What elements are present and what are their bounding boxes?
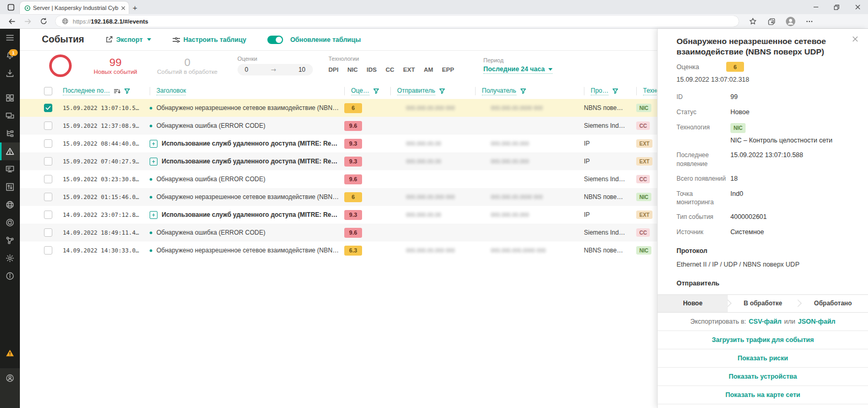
sidebar-item-license-warning[interactable]: [0, 344, 20, 362]
column-label-score[interactable]: Оце…: [351, 87, 369, 95]
expand-plus-icon[interactable]: [150, 140, 157, 148]
column-label-receiver[interactable]: Получатель: [482, 87, 516, 95]
filter-icon[interactable]: [373, 88, 379, 94]
tab-close-icon[interactable]: [121, 6, 126, 10]
sidebar-item-download[interactable]: [0, 64, 20, 82]
forward-icon[interactable]: [20, 15, 36, 28]
filter-icon[interactable]: [124, 88, 130, 94]
sidebar-item-process-tree[interactable]: [0, 125, 20, 142]
technology-chip-epp[interactable]: EPP: [442, 67, 454, 73]
technology-chip-am[interactable]: AM: [424, 67, 433, 73]
column-header-receiver[interactable]: Получатель: [475, 87, 584, 95]
browser-tab[interactable]: Server | Kaspersky Industrial Cyb: [20, 2, 129, 14]
filter-icon[interactable]: [520, 88, 526, 94]
period-selector[interactable]: Последние 24 часа: [483, 65, 553, 74]
export-button[interactable]: Экспорт: [105, 36, 151, 43]
sidebar-item-audit[interactable]: [0, 214, 20, 231]
row-checkbox[interactable]: [44, 157, 52, 166]
column-label-time[interactable]: Последнее по…: [63, 87, 110, 95]
score-range-control[interactable]: 0 → 10: [238, 64, 313, 75]
address-bar[interactable]: https:// 192.168.2.1/#/events: [55, 16, 739, 27]
sidebar-item-menu[interactable]: [0, 29, 20, 47]
filter-icon[interactable]: [439, 88, 445, 94]
tab-title: Server | Kaspersky Industrial Cyb: [33, 5, 119, 11]
technology-chip-nic[interactable]: NIC: [347, 67, 358, 73]
site-info-globe-icon[interactable]: [62, 18, 69, 25]
sidebar-item-events[interactable]: [0, 142, 20, 160]
select-all-checkbox[interactable]: [44, 87, 52, 95]
sort-icon[interactable]: [114, 88, 120, 94]
export-json-link[interactable]: JSON-файл: [798, 318, 836, 325]
processing-events-counter[interactable]: 0 Событий в обработке: [157, 57, 218, 75]
protocol-cell: NBNS пове…: [584, 104, 636, 112]
panel-action-link[interactable]: Показать на карте сети: [725, 391, 800, 399]
status-tab-2[interactable]: В обработке: [728, 295, 798, 312]
column-header-sender[interactable]: Отправитель: [390, 87, 475, 95]
sidebar-item-ports[interactable]: [0, 178, 20, 196]
sidebar-item-notifications[interactable]: 1: [0, 47, 20, 64]
refresh-icon[interactable]: [36, 15, 51, 28]
filter-icon[interactable]: [612, 88, 618, 94]
technology-chip-dpi[interactable]: DPI: [329, 67, 339, 73]
back-icon[interactable]: [4, 15, 20, 28]
auto-refresh-toggle[interactable]: [267, 36, 283, 44]
sender-cell: 000.000.00.00: [390, 211, 475, 218]
export-csv-link[interactable]: CSV-файл: [749, 318, 782, 325]
technology-chip-ext[interactable]: EXT: [403, 67, 415, 73]
close-icon[interactable]: [850, 34, 860, 43]
sidebar-item-assets[interactable]: [0, 107, 20, 125]
favorites-star-icon[interactable]: [745, 15, 761, 28]
row-checkbox[interactable]: [44, 228, 52, 237]
window-restore-icon[interactable]: [826, 0, 847, 14]
sidebar-item-about[interactable]: [0, 267, 20, 285]
column-header-protocol[interactable]: Про…: [584, 87, 636, 95]
sidebar-item-hmi[interactable]: [0, 160, 20, 178]
expand-plus-icon[interactable]: [150, 211, 157, 219]
row-checkbox[interactable]: [44, 175, 52, 183]
window-close-icon[interactable]: [847, 0, 868, 14]
row-checkbox[interactable]: [44, 193, 52, 201]
event-title-text: Обнаружена ошибка (ERROR CODE): [156, 175, 265, 183]
row-checkbox[interactable]: [44, 211, 52, 219]
browser-menu-icon[interactable]: [802, 15, 817, 28]
tab-actions-icon[interactable]: [4, 2, 18, 13]
panel-action-link[interactable]: Загрузить трафик для события: [712, 336, 814, 344]
profile-avatar[interactable]: [783, 15, 798, 28]
column-header-title[interactable]: Заголовок: [150, 87, 344, 95]
status-tab-1[interactable]: Новое: [658, 295, 728, 312]
panel-action-link[interactable]: Показать риски: [738, 355, 788, 362]
export-or: или: [784, 318, 795, 325]
column-label-title[interactable]: Заголовок: [156, 87, 186, 95]
event-title-cell: Обнаружена ошибка (ERROR CODE): [150, 122, 344, 129]
technology-chip-ids[interactable]: IDS: [367, 67, 377, 73]
column-header-time[interactable]: Последнее по…: [63, 87, 150, 95]
sidebar-item-account[interactable]: [0, 368, 20, 408]
window-minimize-icon[interactable]: [805, 0, 826, 14]
column-label-protocol[interactable]: Про…: [591, 87, 608, 95]
column-label-sender[interactable]: Отправитель: [397, 87, 435, 95]
detail-value-text: 15.09.2022 13:07:10.588: [730, 151, 803, 160]
status-tab-3[interactable]: Обработано: [798, 295, 868, 312]
sidebar-item-settings[interactable]: [0, 249, 20, 267]
sidebar-item-dashboard[interactable]: [0, 89, 20, 107]
row-checkbox[interactable]: [44, 122, 52, 130]
collections-icon[interactable]: [764, 15, 780, 28]
receiver-masked-value: 000.000.000.0000 000: [491, 247, 546, 253]
export-prefix: Экспортировать в:: [690, 318, 746, 325]
audit-icon: [5, 218, 15, 227]
event-title: Обнаружено неразрешенное сетевое взаимод…: [677, 36, 849, 57]
expand-plus-icon[interactable]: [150, 158, 157, 166]
row-checkbox[interactable]: [44, 246, 52, 255]
sidebar-item-topology[interactable]: [0, 231, 20, 249]
configure-table-button[interactable]: Настроить таблицу: [172, 36, 246, 43]
sender-masked-value: 000.000.00.000 000: [406, 194, 455, 200]
technology-chip-cc[interactable]: CC: [386, 67, 394, 73]
row-checkbox[interactable]: [44, 104, 52, 112]
new-tab-button[interactable]: +: [129, 2, 141, 13]
panel-action-link[interactable]: Показать устройства: [729, 373, 797, 380]
new-events-counter[interactable]: 99 Новых событий: [94, 57, 137, 75]
row-checkbox[interactable]: [44, 139, 52, 148]
sidebar-item-network-map[interactable]: [0, 196, 20, 214]
score-cell: 6: [344, 192, 390, 202]
column-header-score[interactable]: Оце…: [344, 87, 390, 95]
